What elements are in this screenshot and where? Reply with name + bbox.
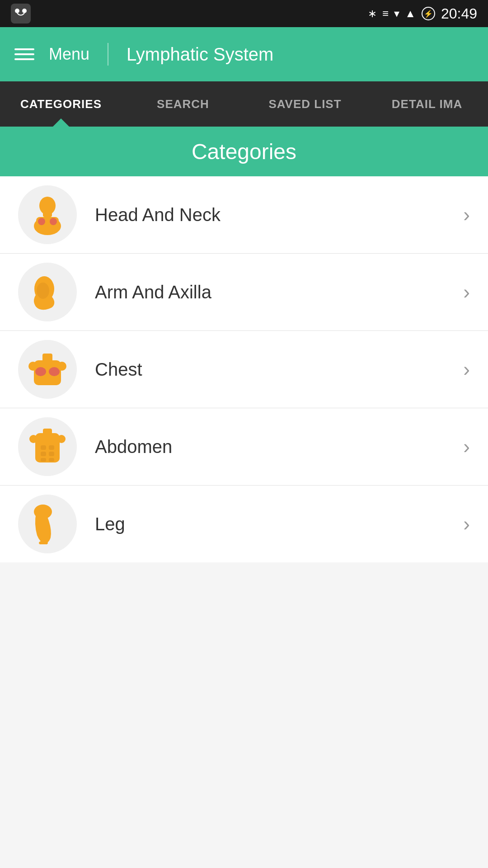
app-bar: Menu Lymphatic System	[0, 27, 488, 81]
category-item-chest[interactable]: Chest ›	[0, 331, 488, 408]
tab-detail-ima[interactable]: DETAIL IMA	[366, 81, 488, 127]
svg-rect-19	[35, 433, 60, 462]
svg-rect-25	[41, 452, 46, 456]
svg-rect-27	[41, 458, 46, 462]
categories-header: Categories	[0, 127, 488, 176]
abdomen-icon	[27, 426, 68, 467]
svg-rect-23	[41, 445, 46, 450]
chevron-arm: ›	[463, 281, 470, 303]
chevron-abdomen: ›	[463, 435, 470, 458]
category-icon-leg	[18, 495, 77, 553]
header-divider	[108, 43, 108, 66]
chest-icon	[27, 349, 68, 390]
category-item-leg[interactable]: Leg ›	[0, 486, 488, 562]
app-logo-icon	[11, 4, 31, 24]
bluetooth-icon: ∗	[368, 7, 377, 20]
categories-header-text: Categories	[192, 139, 296, 164]
tab-saved-list[interactable]: SAVED LIST	[244, 81, 366, 127]
category-icon-chest	[18, 340, 77, 399]
wifi-icon: ▾	[394, 7, 399, 20]
svg-point-2	[22, 9, 27, 13]
category-name-chest: Chest	[95, 359, 463, 380]
chevron-leg: ›	[463, 513, 470, 535]
svg-text:⚡: ⚡	[424, 9, 433, 18]
category-item-arm-and-axilla[interactable]: Arm And Axilla ›	[0, 254, 488, 331]
svg-rect-20	[43, 429, 52, 435]
chevron-head-and-neck: ›	[463, 203, 470, 226]
svg-point-17	[28, 362, 38, 371]
svg-rect-14	[42, 354, 52, 363]
menu-label[interactable]: Menu	[49, 45, 89, 64]
leg-icon	[27, 504, 68, 544]
svg-rect-24	[49, 445, 54, 450]
category-name-arm: Arm And Axilla	[95, 282, 463, 302]
svg-point-9	[38, 218, 45, 225]
svg-point-12	[37, 283, 49, 299]
svg-point-10	[50, 218, 57, 225]
svg-rect-28	[49, 458, 54, 462]
app-title: Lymphatic System	[127, 44, 273, 65]
head-neck-icon	[27, 194, 68, 235]
status-bar-left	[11, 4, 31, 24]
category-name-head-and-neck: Head And Neck	[95, 205, 463, 225]
svg-point-21	[29, 435, 38, 443]
svg-point-18	[57, 362, 66, 371]
svg-point-1	[15, 9, 19, 13]
arm-icon	[27, 272, 68, 312]
signal-icon: ▲	[405, 7, 416, 20]
svg-rect-26	[49, 452, 54, 456]
svg-point-22	[57, 435, 66, 443]
vibrate-icon: ≡	[382, 7, 389, 20]
status-bar-right: ∗ ≡ ▾ ▲ ⚡ 20:49	[368, 5, 477, 22]
tab-categories[interactable]: CATEGORIES	[0, 81, 122, 127]
category-icon-abdomen	[18, 417, 77, 476]
category-list: Head And Neck › Arm And Axilla ›	[0, 176, 488, 562]
svg-point-8	[39, 197, 56, 215]
category-name-leg: Leg	[95, 514, 463, 534]
status-time: 20:49	[441, 5, 477, 22]
tab-search[interactable]: SEARCH	[122, 81, 244, 127]
menu-icon[interactable]	[14, 48, 34, 60]
tab-bar: CATEGORIES SEARCH SAVED LIST DETAIL IMA	[0, 81, 488, 127]
category-icon-arm	[18, 263, 77, 321]
category-name-abdomen: Abdomen	[95, 437, 463, 457]
category-item-head-and-neck[interactable]: Head And Neck ›	[0, 176, 488, 254]
chevron-chest: ›	[463, 358, 470, 381]
battery-icon: ⚡	[421, 6, 436, 21]
svg-rect-0	[11, 4, 31, 24]
category-item-abdomen[interactable]: Abdomen ›	[0, 408, 488, 486]
category-icon-head-and-neck	[18, 185, 77, 244]
status-bar: ∗ ≡ ▾ ▲ ⚡ 20:49	[0, 0, 488, 27]
